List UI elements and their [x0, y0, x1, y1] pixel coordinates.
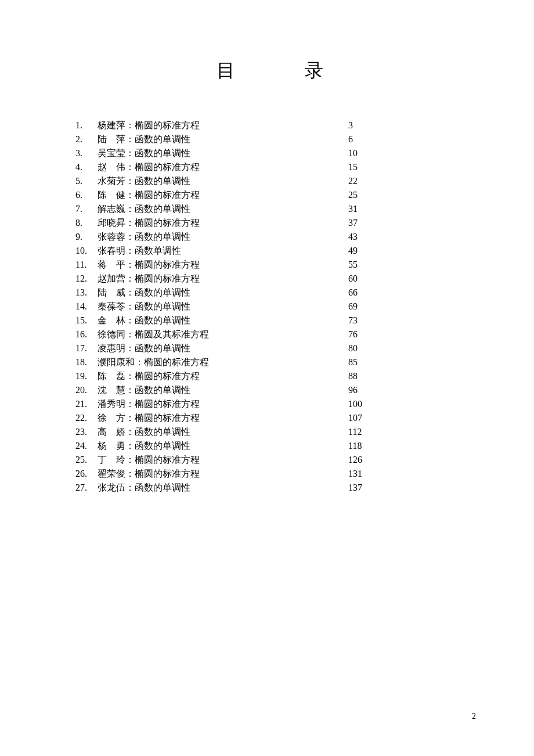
toc-item-author: 高 娇： [98, 425, 135, 439]
toc-spacer [190, 314, 348, 327]
toc-item-number: 23. [75, 425, 98, 439]
toc-item-author: 赵加营： [98, 272, 135, 286]
toc-spacer [190, 174, 348, 188]
toc-item-number: 13. [75, 286, 98, 300]
toc-spacer [181, 244, 348, 258]
toc-item: 14.秦葆苓：函数的单调性69 [75, 300, 464, 314]
toc-item-topic: 函数的单调性 [135, 314, 190, 327]
toc-item: 2.陆 萍：函数的单调性6 [75, 132, 464, 146]
toc-item-number: 6. [75, 188, 98, 202]
toc-item-page: 80 [348, 341, 464, 355]
toc-spacer [200, 453, 348, 467]
toc-item: 18.濮阳康和：椭圆的标准方程85 [75, 355, 464, 369]
toc-spacer [190, 300, 348, 314]
toc-spacer [200, 411, 348, 425]
toc-item-topic: 函数的单调性 [135, 383, 190, 397]
toc-item-author: 徐 方： [98, 411, 135, 425]
toc-item: 16.徐德同：椭圆及其标准方程76 [75, 327, 464, 341]
toc-spacer [190, 230, 348, 244]
toc-item: 12.赵加营：椭圆的标准方程60 [75, 272, 464, 286]
toc-item-topic: 函数的单调性 [135, 439, 190, 453]
page-number: 2 [472, 712, 476, 721]
toc-spacer [190, 439, 348, 453]
toc-spacer [190, 202, 348, 216]
toc-item: 7.解志巍：函数的单调性31 [75, 202, 464, 216]
toc-item: 3.吴宝莹：函数的单调性10 [75, 146, 464, 160]
toc-spacer [190, 425, 348, 439]
toc-item-number: 11. [75, 258, 98, 272]
toc-item-page: 76 [348, 327, 464, 341]
toc-item-page: 31 [348, 202, 464, 216]
toc-item: 21.潘秀明：椭圆的标准方程100 [75, 397, 464, 411]
toc-item-topic: 椭圆的标准方程 [135, 272, 200, 286]
toc-item-topic: 椭圆的标准方程 [135, 397, 200, 411]
toc-item-page: 22 [348, 174, 464, 188]
toc-item-author: 金 林： [98, 314, 135, 327]
toc-list: 1.杨建萍：椭圆的标准方程32.陆 萍：函数的单调性63.吴宝莹：函数的单调性1… [75, 118, 464, 495]
toc-item-number: 12. [75, 272, 98, 286]
toc-item-page: 43 [348, 230, 464, 244]
toc-item-author: 陆 威： [98, 286, 135, 300]
toc-item-page: 55 [348, 258, 464, 272]
toc-item-page: 112 [348, 425, 464, 439]
toc-item: 1.杨建萍：椭圆的标准方程3 [75, 118, 464, 132]
toc-item-number: 16. [75, 327, 98, 341]
toc-item-topic: 椭圆的标准方程 [135, 188, 200, 202]
toc-item-page: 37 [348, 216, 464, 230]
toc-item-number: 20. [75, 383, 98, 397]
toc-item-author: 吴宝莹： [98, 146, 135, 160]
toc-item-topic: 椭圆的标准方程 [144, 355, 209, 369]
toc-spacer [200, 188, 348, 202]
toc-item-author: 水菊芳： [98, 174, 135, 188]
toc-item-number: 27. [75, 481, 98, 495]
toc-item-topic: 函数的单调性 [135, 174, 190, 188]
toc-item-author: 杨 勇： [98, 439, 135, 453]
toc-item: 19.陈 磊：椭圆的标准方程88 [75, 369, 464, 383]
toc-item: 13.陆 威：函数的单调性66 [75, 286, 464, 300]
toc-item-page: 15 [348, 160, 464, 174]
toc-item-number: 25. [75, 453, 98, 467]
toc-item-topic: 函数的单调性 [135, 341, 190, 355]
toc-item-page: 118 [348, 439, 464, 453]
toc-item-page: 137 [348, 481, 464, 495]
toc-item: 22.徐 方：椭圆的标准方程107 [75, 411, 464, 425]
toc-item-topic: 函数的单调性 [135, 132, 190, 146]
toc-item-number: 1. [75, 118, 98, 132]
toc-item-number: 15. [75, 314, 98, 327]
toc-item-page: 131 [348, 467, 464, 481]
toc-item-page: 88 [348, 369, 464, 383]
toc-spacer [200, 216, 348, 230]
toc-item: 25.丁 玲：椭圆的标准方程126 [75, 453, 464, 467]
toc-item: 23.高 娇：函数的单调性112 [75, 425, 464, 439]
toc-item-number: 2. [75, 132, 98, 146]
toc-item: 20.沈 慧：函数的单调性96 [75, 383, 464, 397]
toc-item-page: 100 [348, 397, 464, 411]
toc-item-topic: 函数的单调性 [135, 286, 190, 300]
toc-item-number: 8. [75, 216, 98, 230]
toc-item-author: 秦葆苓： [98, 300, 135, 314]
toc-item-page: 6 [348, 132, 464, 146]
toc-item-topic: 椭圆的标准方程 [135, 411, 200, 425]
toc-item-author: 蒋 平： [98, 258, 135, 272]
toc-item-author: 邱晓昇： [98, 216, 135, 230]
toc-item-topic: 函数的单调性 [135, 146, 190, 160]
toc-item-topic: 函数的单调性 [135, 202, 190, 216]
toc-item-topic: 椭圆的标准方程 [135, 258, 200, 272]
toc-item: 11.蒋 平：椭圆的标准方程55 [75, 258, 464, 272]
toc-item: 15.金 林：函数的单调性73 [75, 314, 464, 327]
toc-spacer [200, 397, 348, 411]
toc-item-page: 69 [348, 300, 464, 314]
toc-item: 17.凌惠明：函数的单调性80 [75, 341, 464, 355]
toc-spacer [190, 146, 348, 160]
toc-item: 10.张春明：函数单调性49 [75, 244, 464, 258]
toc-item-topic: 函数的单调性 [135, 425, 190, 439]
toc-spacer [200, 258, 348, 272]
toc-item-page: 107 [348, 411, 464, 425]
toc-spacer [200, 160, 348, 174]
toc-spacer [209, 327, 348, 341]
toc-item-topic: 椭圆的标准方程 [135, 453, 200, 467]
toc-item-author: 沈 慧： [98, 383, 135, 397]
toc-item-author: 陈 磊： [98, 369, 135, 383]
toc-item-number: 4. [75, 160, 98, 174]
toc-spacer [200, 118, 348, 132]
